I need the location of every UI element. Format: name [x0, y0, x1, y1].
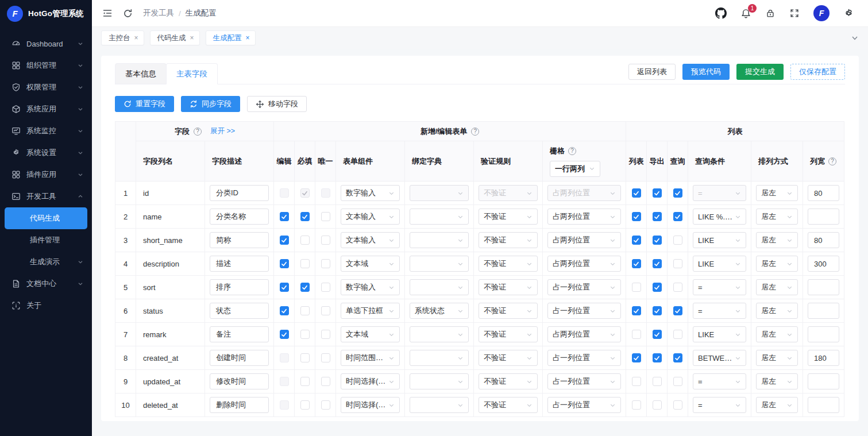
export-checkbox[interactable] [653, 330, 662, 339]
query-checkbox[interactable] [673, 306, 682, 315]
save-config-only-button[interactable]: 仅保存配置 [790, 64, 845, 80]
grid-select[interactable]: 占两列位置 [547, 185, 621, 201]
grid-select[interactable]: 占一列位置 [547, 373, 621, 389]
list-checkbox[interactable] [632, 188, 641, 198]
dict-select[interactable] [410, 326, 469, 342]
query-checkbox[interactable] [673, 236, 682, 245]
sidebar-item-document[interactable]: 文档中心 [0, 273, 92, 295]
sidebar-item-shield[interactable]: 权限管理 [0, 76, 92, 98]
grid-select[interactable]: 占一列位置 [547, 350, 621, 366]
align-select[interactable]: 居左 [756, 397, 798, 413]
export-checkbox[interactable] [653, 400, 662, 410]
field-desc-input[interactable]: 排序 [210, 279, 269, 295]
unique-checkbox[interactable] [321, 330, 330, 339]
validation-select[interactable]: 不验证 [479, 185, 538, 201]
chevron-down-icon[interactable] [851, 34, 859, 42]
edit-checkbox[interactable] [280, 236, 289, 245]
edit-checkbox[interactable] [280, 188, 289, 198]
field-desc-input[interactable]: 修改时间 [210, 373, 269, 389]
required-checkbox[interactable] [300, 353, 310, 362]
app-logo[interactable]: F HotGo管理系统 [0, 0, 92, 27]
align-select[interactable]: 居左 [756, 256, 798, 272]
breadcrumb-parent[interactable]: 开发工具 [143, 8, 174, 18]
edit-checkbox[interactable] [280, 377, 289, 386]
validation-select[interactable]: 不验证 [479, 326, 538, 342]
export-checkbox[interactable] [653, 377, 662, 386]
form-component-select[interactable]: 文本输入 [341, 232, 400, 248]
required-checkbox[interactable] [300, 188, 310, 198]
move-fields-button[interactable]: 移动字段 [247, 96, 307, 112]
align-select[interactable]: 居左 [756, 303, 798, 319]
form-component-select[interactable]: 文本域 [341, 256, 400, 272]
form-component-select[interactable]: 单选下拉框 [341, 303, 400, 319]
field-desc-input[interactable]: 创建时间 [210, 350, 269, 366]
help-icon[interactable] [568, 147, 576, 155]
required-checkbox[interactable] [300, 400, 310, 410]
required-checkbox[interactable] [300, 283, 310, 292]
help-icon[interactable] [471, 128, 479, 136]
notification-bell-icon[interactable]: 1 [740, 8, 751, 19]
required-checkbox[interactable] [300, 377, 310, 386]
query-condition-select[interactable]: = [693, 373, 746, 389]
grid-select[interactable]: 占一列位置 [547, 279, 621, 295]
query-condition-select[interactable]: LIKE [693, 232, 746, 248]
query-checkbox[interactable] [673, 330, 682, 339]
edit-checkbox[interactable] [280, 330, 289, 339]
query-condition-select[interactable]: LIKE %...% [693, 209, 746, 225]
grid-select[interactable]: 占两列位置 [547, 326, 621, 342]
query-checkbox[interactable] [673, 188, 682, 198]
list-checkbox[interactable] [632, 212, 641, 221]
field-desc-input[interactable]: 简称 [210, 232, 269, 248]
dict-select[interactable] [410, 397, 469, 413]
query-condition-select[interactable]: LIKE [693, 256, 746, 272]
grid-select[interactable]: 占一列位置 [547, 397, 621, 413]
grid-select[interactable]: 占两列位置 [547, 256, 621, 272]
grid-select[interactable]: 占两列位置 [547, 232, 621, 248]
dict-select[interactable] [410, 350, 469, 366]
column-width-input[interactable]: 80 [808, 232, 839, 248]
unique-checkbox[interactable] [321, 353, 330, 362]
column-width-input[interactable] [808, 397, 839, 413]
edit-checkbox[interactable] [280, 212, 289, 221]
menu-collapse-icon[interactable] [102, 8, 113, 18]
query-condition-select[interactable]: BETWEEN [693, 350, 746, 366]
github-icon[interactable] [715, 7, 727, 19]
sidebar-item-apps[interactable]: 插件应用 [0, 164, 92, 186]
sidebar-subitem[interactable]: 代码生成 [5, 207, 87, 229]
sidebar-item-dashboard[interactable]: Dashboard [0, 33, 92, 55]
form-component-select[interactable]: 时间范围选择 [341, 350, 400, 366]
dict-select[interactable] [410, 256, 469, 272]
unique-checkbox[interactable] [321, 188, 330, 198]
close-icon[interactable]: × [190, 34, 194, 42]
page-tab[interactable]: 生成配置× [206, 30, 256, 45]
export-checkbox[interactable] [653, 306, 662, 315]
align-select[interactable]: 居左 [756, 232, 798, 248]
query-checkbox[interactable] [673, 212, 682, 221]
edit-checkbox[interactable] [280, 306, 289, 315]
edit-checkbox[interactable] [280, 283, 289, 292]
list-checkbox[interactable] [632, 236, 641, 245]
sidebar-item-cube[interactable]: 系统应用 [0, 98, 92, 120]
sync-fields-button[interactable]: 同步字段 [181, 96, 240, 112]
list-checkbox[interactable] [632, 283, 641, 292]
column-width-input[interactable] [808, 326, 839, 342]
column-width-input[interactable] [808, 279, 839, 295]
align-select[interactable]: 居左 [756, 350, 798, 366]
sidebar-item-terminal[interactable]: 开发工具 [0, 186, 92, 207]
unique-checkbox[interactable] [321, 236, 330, 245]
dict-select[interactable]: 系统状态 [410, 303, 469, 319]
align-select[interactable]: 居左 [756, 185, 798, 201]
form-component-select[interactable]: 数字输入 [341, 279, 400, 295]
query-condition-select[interactable]: = [693, 185, 746, 201]
required-checkbox[interactable] [300, 212, 310, 221]
dict-select[interactable] [410, 279, 469, 295]
validation-select[interactable]: 不验证 [479, 279, 538, 295]
form-component-select[interactable]: 文本域 [341, 326, 400, 342]
validation-select[interactable]: 不验证 [479, 350, 538, 366]
submit-generate-button[interactable]: 提交生成 [736, 64, 784, 80]
query-condition-select[interactable]: = [693, 303, 746, 319]
help-icon[interactable] [194, 128, 202, 136]
unique-checkbox[interactable] [321, 259, 330, 268]
required-checkbox[interactable] [300, 236, 310, 245]
export-checkbox[interactable] [653, 188, 662, 198]
